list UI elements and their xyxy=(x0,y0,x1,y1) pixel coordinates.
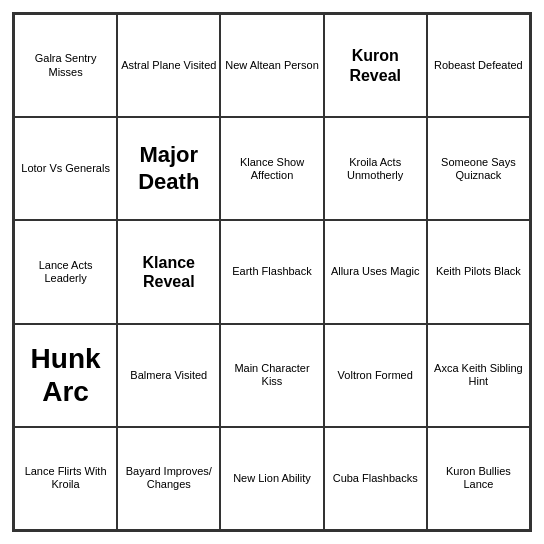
cell-r0c2: New Altean Person xyxy=(220,14,323,117)
cell-text-r2c2: Earth Flashback xyxy=(232,265,311,278)
cell-text-r2c1: Klance Reveal xyxy=(121,253,216,291)
cell-text-r4c1: Bayard Improves/ Changes xyxy=(121,465,216,491)
cell-r1c0: Lotor Vs Generals xyxy=(14,117,117,220)
cell-text-r0c4: Robeast Defeated xyxy=(434,59,523,72)
cell-r4c1: Bayard Improves/ Changes xyxy=(117,427,220,530)
cell-text-r4c2: New Lion Ability xyxy=(233,472,311,485)
cell-text-r1c2: Klance Show Affection xyxy=(224,156,319,182)
cell-text-r3c2: Main Character Kiss xyxy=(224,362,319,388)
cell-text-r1c0: Lotor Vs Generals xyxy=(21,162,110,175)
cell-text-r3c3: Voltron Formed xyxy=(338,369,413,382)
cell-r2c3: Allura Uses Magic xyxy=(324,220,427,323)
cell-text-r1c1: Major Death xyxy=(121,142,216,195)
cell-r2c2: Earth Flashback xyxy=(220,220,323,323)
cell-text-r3c1: Balmera Visited xyxy=(130,369,207,382)
cell-text-r1c3: Kroila Acts Unmotherly xyxy=(328,156,423,182)
cell-r3c1: Balmera Visited xyxy=(117,324,220,427)
cell-r2c1: Klance Reveal xyxy=(117,220,220,323)
cell-r3c4: Axca Keith Sibling Hint xyxy=(427,324,530,427)
cell-text-r0c0: Galra Sentry Misses xyxy=(18,52,113,78)
cell-r4c0: Lance Flirts With Kroila xyxy=(14,427,117,530)
cell-r3c0: Hunk Arc xyxy=(14,324,117,427)
cell-r1c2: Klance Show Affection xyxy=(220,117,323,220)
cell-text-r0c3: Kuron Reveal xyxy=(328,46,423,84)
cell-text-r3c0: Hunk Arc xyxy=(18,342,113,409)
cell-r4c4: Kuron Bullies Lance xyxy=(427,427,530,530)
cell-text-r0c2: New Altean Person xyxy=(225,59,319,72)
cell-text-r4c3: Cuba Flashbacks xyxy=(333,472,418,485)
cell-r2c4: Keith Pilots Black xyxy=(427,220,530,323)
cell-r0c4: Robeast Defeated xyxy=(427,14,530,117)
bingo-board: Galra Sentry MissesAstral Plane VisitedN… xyxy=(12,12,532,532)
cell-r0c0: Galra Sentry Misses xyxy=(14,14,117,117)
cell-r3c3: Voltron Formed xyxy=(324,324,427,427)
cell-text-r2c0: Lance Acts Leaderly xyxy=(18,259,113,285)
cell-r0c3: Kuron Reveal xyxy=(324,14,427,117)
cell-text-r4c0: Lance Flirts With Kroila xyxy=(18,465,113,491)
cell-text-r3c4: Axca Keith Sibling Hint xyxy=(431,362,526,388)
cell-r1c4: Someone Says Quiznack xyxy=(427,117,530,220)
cell-r2c0: Lance Acts Leaderly xyxy=(14,220,117,323)
cell-text-r0c1: Astral Plane Visited xyxy=(121,59,216,72)
cell-r4c2: New Lion Ability xyxy=(220,427,323,530)
cell-r4c3: Cuba Flashbacks xyxy=(324,427,427,530)
cell-text-r1c4: Someone Says Quiznack xyxy=(431,156,526,182)
cell-text-r2c4: Keith Pilots Black xyxy=(436,265,521,278)
cell-text-r4c4: Kuron Bullies Lance xyxy=(431,465,526,491)
cell-r0c1: Astral Plane Visited xyxy=(117,14,220,117)
cell-r1c3: Kroila Acts Unmotherly xyxy=(324,117,427,220)
cell-r3c2: Main Character Kiss xyxy=(220,324,323,427)
cell-text-r2c3: Allura Uses Magic xyxy=(331,265,420,278)
cell-r1c1: Major Death xyxy=(117,117,220,220)
